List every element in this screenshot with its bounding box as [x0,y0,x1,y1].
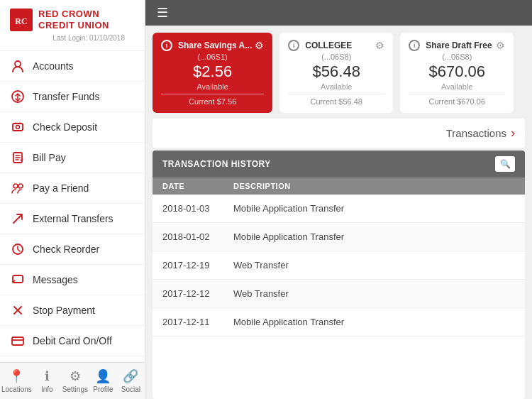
bottom-info[interactable]: ℹ Info [33,363,61,399]
info-icon-2[interactable]: i [409,40,420,51]
gear-icon-2[interactable]: ⚙ [496,40,505,51]
logo-box: RC RED CROWN CREDIT UNION [10,9,135,31]
stop-payment-label: Stop Payment [33,305,95,316]
pay-a-friend-icon [10,180,26,196]
card-balance-1: $56.48 [288,62,384,81]
transactions-bar[interactable]: Transactions › [153,119,525,148]
card-divider-1 [288,94,384,94]
col-header-desc: DESCRIPTION [233,182,291,190]
card-info-row-1: i COLLEGEE [288,40,355,51]
external-transfers-label: External Transfers [33,213,113,224]
table-row: 2017-12-12 Web Transfer [153,280,525,308]
bottom-profile[interactable]: 👤 Profile [89,363,117,399]
table-row: 2018-01-03 Mobile Application Transfer [153,195,525,223]
sidebar-item-debit-card[interactable]: Debit Card On/Off [0,326,145,356]
card-header-0: i Share Savings A... ⚙ [161,40,264,51]
history-title: TRANSACTION HISTORY [162,159,271,169]
card-header-2: i Share Draft Free ⚙ [409,40,505,51]
transaction-history-section: TRANSACTION HISTORY 🔍 DATE DESCRIPTION 2… [153,151,525,399]
svg-text:RC: RC [15,16,27,26]
info-icon-1[interactable]: i [288,40,299,51]
sidebar-item-pay-a-friend[interactable]: Pay a Friend [0,173,145,204]
bottom-settings[interactable]: ⚙ Settings [61,363,89,399]
svg-point-7 [13,184,18,188]
card-divider-0 [161,94,264,94]
sidebar-item-pay-a-member[interactable]: Pay a Member [0,356,145,362]
card-available-2: Available [409,82,505,91]
history-header: TRANSACTION HISTORY 🔍 [153,151,525,177]
locations-icon: 📍 [9,368,24,384]
tx-desc-4: Mobile Application Transfer [233,317,344,327]
tx-date-4: 2017-12-11 [162,317,233,327]
card-number-0: (...06S1) [161,53,264,61]
logo-icon: RC [10,9,33,31]
sidebar-bottom-nav: 📍 Locations ℹ Info ⚙ Settings 👤 Profile … [0,362,145,399]
transfer-funds-icon [10,89,26,104]
svg-rect-4 [13,124,23,131]
check-reorder-icon [10,241,26,257]
bottom-social[interactable]: 🔗 Social [117,363,145,399]
check-reorder-label: Check Reorder [33,244,99,255]
card-current-2: Current $670.06 [409,97,505,106]
sidebar-item-bill-pay[interactable]: Bill Pay [0,143,145,173]
check-deposit-icon [10,119,26,135]
tx-date-2: 2017-12-19 [162,260,233,270]
column-headers: DATE DESCRIPTION [153,177,525,195]
debit-card-label: Debit Card On/Off [33,335,112,346]
logo-text: RED CROWN CREDIT UNION [38,9,109,31]
card-info-row-0: i Share Savings A... [161,40,255,51]
pay-a-friend-label: Pay a Friend [33,182,89,194]
card-header-1: i COLLEGEE ⚙ [288,40,384,51]
tx-desc-3: Web Transfer [233,288,289,299]
sidebar-item-accounts[interactable]: Accounts [0,51,145,82]
transactions-arrow: › [511,126,515,141]
sidebar-item-stop-payment[interactable]: Stop Payment [0,295,145,326]
card-number-1: (...06S8) [288,53,384,61]
card-divider-2 [409,94,505,94]
sidebar-item-transfer-funds[interactable]: Transfer Funds [0,82,145,112]
table-row: 2017-12-19 Web Transfer [153,251,525,280]
card-available-1: Available [288,82,384,91]
accounts-label: Accounts [33,60,74,72]
account-card-collegee[interactable]: i COLLEGEE ⚙ (...06S8) $56.48 Available … [279,33,393,113]
hamburger-button[interactable]: ☰ [157,5,168,21]
search-box[interactable]: 🔍 [495,156,515,172]
sidebar-item-messages[interactable]: Messages [0,265,145,295]
info-icon: ℹ [45,368,50,384]
sidebar-item-check-deposit[interactable]: Check Deposit [0,112,145,143]
stop-payment-icon [10,302,26,318]
info-icon-0[interactable]: i [161,40,172,51]
table-row: 2018-01-02 Mobile Application Transfer [153,223,525,251]
last-login-text: Last Login: 01/10/2018 [10,31,135,46]
card-name-2: Share Draft Free [426,40,492,50]
profile-icon: 👤 [95,368,111,384]
social-icon: 🔗 [123,368,138,384]
table-row: 2017-12-11 Mobile Application Transfer [153,308,525,337]
account-card-share-draft[interactable]: i Share Draft Free ⚙ (...06S8) $670.06 A… [400,33,514,113]
transfer-funds-label: Transfer Funds [33,91,99,102]
search-icon: 🔍 [500,159,511,169]
gear-icon-0[interactable]: ⚙ [255,40,264,51]
bottom-locations[interactable]: 📍 Locations [0,363,33,399]
gear-icon-1[interactable]: ⚙ [375,40,384,51]
card-current-1: Current $56.48 [288,97,384,106]
settings-label: Settings [62,386,88,393]
tx-desc-2: Web Transfer [233,260,289,270]
sidebar-item-check-reorder[interactable]: Check Reorder [0,234,145,265]
card-name-1: COLLEGEE [305,40,352,50]
svg-point-8 [18,184,23,188]
account-card-share-savings[interactable]: i Share Savings A... ⚙ (...06S1) $2.56 A… [153,33,272,113]
transactions-label: Transactions [446,127,506,139]
svg-point-2 [15,61,21,67]
card-current-0: Current $7.56 [161,97,264,106]
locations-label: Locations [1,386,32,393]
sidebar: RC RED CROWN CREDIT UNION Last Login: 01… [0,0,145,399]
sidebar-item-external-transfers[interactable]: External Transfers [0,204,145,234]
main-content: ☰ i Share Savings A... ⚙ (...06S1) $2.56… [145,0,532,399]
card-balance-2: $670.06 [409,62,505,81]
svg-point-5 [16,126,20,129]
card-info-row-2: i Share Draft Free [409,40,494,51]
messages-icon [10,272,26,288]
sidebar-nav: Accounts Transfer Funds Check Deposi [0,51,145,362]
tx-desc-1: Mobile Application Transfer [233,231,344,242]
